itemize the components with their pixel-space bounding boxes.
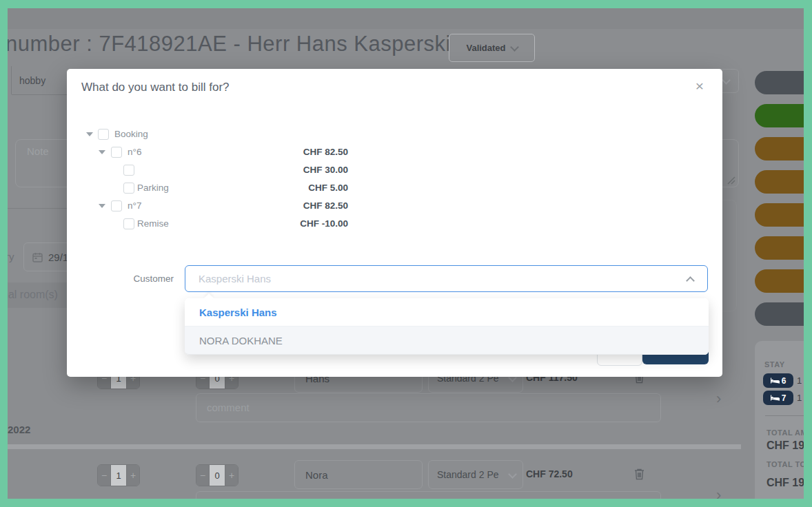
room-type-select-row2[interactable]: Standard 2 Pe xyxy=(428,460,523,489)
tree-label: Parking xyxy=(137,183,169,193)
tree-amount: CHF 5.00 xyxy=(279,183,348,193)
frame-top xyxy=(0,0,812,8)
dropdown-option-selected[interactable]: Kasperski Hans xyxy=(185,298,709,327)
checkbox[interactable] xyxy=(123,165,134,176)
chevron-down-icon xyxy=(508,470,517,479)
bed-icon xyxy=(771,395,780,401)
bed-icon xyxy=(771,377,780,384)
room-amount-fragment: 1 xyxy=(797,375,802,386)
resize-handle-icon[interactable] xyxy=(726,175,735,185)
rows-divider-band xyxy=(8,444,741,449)
caret-down-icon[interactable] xyxy=(99,204,105,208)
tree-row-n7[interactable]: n°7 CHF 82.50 xyxy=(67,199,722,217)
row-price: CHF 72.50 xyxy=(526,468,573,479)
dropdown-option[interactable]: NORA DOKHANE xyxy=(185,327,709,355)
checkbox[interactable] xyxy=(111,200,122,211)
guest-name-value: Nora xyxy=(305,469,328,481)
guest-name-input-row2[interactable]: Nora xyxy=(294,460,423,489)
checkbox[interactable] xyxy=(98,129,109,140)
section-divider xyxy=(8,208,67,209)
tree-row-booking[interactable]: Booking xyxy=(67,127,722,145)
stay-title: STAY xyxy=(764,360,785,369)
screenshot-root: { "frame_color": "#6fc9a2", "page": { "t… xyxy=(0,0,812,507)
children-stepper-row2[interactable]: − 0 + xyxy=(196,464,238,486)
tree-label: n°6 xyxy=(128,147,141,157)
chevron-down-icon xyxy=(722,76,731,85)
caret-down-icon[interactable] xyxy=(86,132,93,136)
checkbox[interactable] xyxy=(111,147,122,158)
tab-hobby[interactable]: hobby xyxy=(12,66,67,95)
tree-label: Booking xyxy=(114,129,148,139)
comment-placeholder: comment xyxy=(207,402,250,413)
frame-right xyxy=(804,0,812,507)
close-icon[interactable]: × xyxy=(696,78,704,94)
room-type-value: Standard 2 Pe xyxy=(437,469,499,480)
tree-row-n6[interactable]: n°6 CHF 82.50 xyxy=(67,145,722,163)
frame-bottom xyxy=(0,499,812,507)
stepper-value: 0 xyxy=(209,465,225,486)
note-placeholder: Note xyxy=(27,145,49,157)
room-number: 6 xyxy=(782,376,786,386)
caret-down-icon[interactable] xyxy=(99,150,105,154)
total-topay-label: TOTAL TO xyxy=(767,460,806,468)
chevron-up-icon xyxy=(686,276,695,285)
checkbox[interactable] xyxy=(123,183,134,194)
customer-dropdown: Kasperski Hans NORA DOKHANE xyxy=(185,298,709,355)
minus-button[interactable]: − xyxy=(196,465,209,486)
tree-row-parking[interactable]: Parking CHF 5.00 xyxy=(67,181,722,199)
expand-row-chevron[interactable]: › xyxy=(716,390,721,408)
tree-row-remise[interactable]: Remise CHF -10.00 xyxy=(67,217,722,235)
customer-select-input[interactable]: Kasperski Hans xyxy=(185,265,708,292)
tree-label: n°7 xyxy=(128,200,141,211)
status-label: Validated xyxy=(466,43,505,53)
tree-amount: CHF 30.00 xyxy=(279,165,348,175)
row-year-fragment: 2022 xyxy=(8,424,30,435)
room-amount-fragment: 1 xyxy=(797,393,802,403)
tree-label: Remise xyxy=(137,218,169,229)
modal-title: What do you want to bill for? xyxy=(81,81,230,94)
room-badge-7: 7 xyxy=(763,391,793,405)
tree-row-item[interactable]: CHF 30.00 xyxy=(67,163,722,181)
frame-left xyxy=(0,0,8,507)
room-badge-6: 6 xyxy=(763,373,793,388)
stepper-value: 1 xyxy=(110,465,127,486)
total-amount-label: TOTAL AM xyxy=(767,428,807,437)
comment-textarea-row1[interactable]: comment xyxy=(196,393,661,422)
minus-button[interactable]: − xyxy=(98,465,110,486)
chevron-down-icon xyxy=(510,43,519,52)
plus-button[interactable]: + xyxy=(127,465,139,486)
page-title: number : 7F418921AE - Herr Hans Kaspersk… xyxy=(6,32,451,56)
customer-label: Customer xyxy=(132,273,174,284)
status-dropdown-validated[interactable]: Validated xyxy=(449,34,535,62)
tree-amount: CHF 82.50 xyxy=(279,147,348,157)
trash-icon[interactable] xyxy=(633,468,645,480)
calendar-icon xyxy=(32,252,43,262)
tree-amount: CHF 82.50 xyxy=(279,200,348,211)
page-header-band xyxy=(8,8,804,29)
customer-input-value: Kasperski Hans xyxy=(199,273,271,284)
plus-button[interactable]: + xyxy=(225,465,238,486)
tab-hobby-label: hobby xyxy=(19,75,45,86)
adults-stepper-row2[interactable]: − 1 + xyxy=(97,464,140,486)
checkbox[interactable] xyxy=(123,218,134,229)
tree-amount: CHF -10.00 xyxy=(279,218,348,229)
rooms-section-label: nal room(s) xyxy=(2,289,58,301)
room-number: 7 xyxy=(782,393,786,403)
